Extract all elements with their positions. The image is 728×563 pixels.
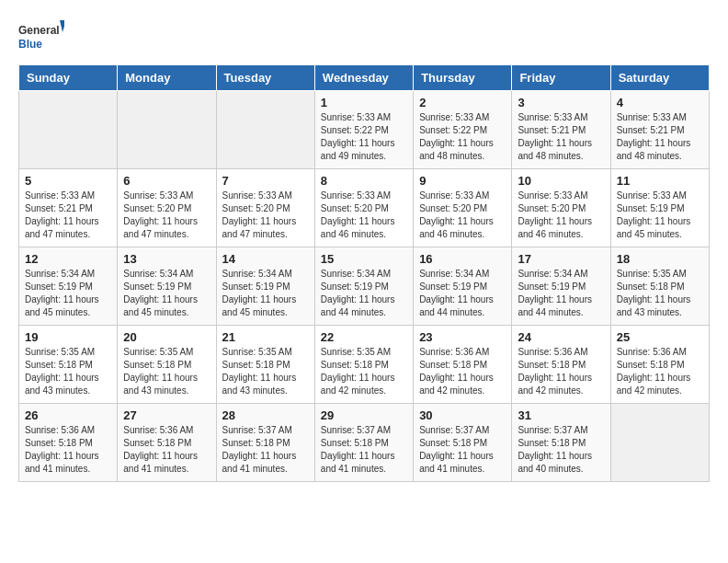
day-number: 22 [321, 330, 407, 344]
day-cell: 15Sunrise: 5:34 AM Sunset: 5:19 PM Dayli… [314, 247, 413, 326]
day-info: Sunrise: 5:33 AM Sunset: 5:20 PM Dayligh… [419, 190, 506, 241]
day-info: Sunrise: 5:35 AM Sunset: 5:18 PM Dayligh… [321, 346, 407, 397]
day-cell: 27Sunrise: 5:36 AM Sunset: 5:18 PM Dayli… [118, 404, 216, 482]
day-cell: 18Sunrise: 5:35 AM Sunset: 5:18 PM Dayli… [610, 247, 709, 326]
day-cell: 9Sunrise: 5:33 AM Sunset: 5:20 PM Daylig… [414, 169, 512, 247]
day-info: Sunrise: 5:34 AM Sunset: 5:19 PM Dayligh… [419, 268, 506, 319]
day-number: 24 [518, 330, 604, 344]
day-cell: 26Sunrise: 5:36 AM Sunset: 5:18 PM Dayli… [19, 404, 118, 482]
day-cell [216, 91, 314, 169]
week-row-1: 1Sunrise: 5:33 AM Sunset: 5:22 PM Daylig… [19, 91, 710, 169]
calendar-table: SundayMondayTuesdayWednesdayThursdayFrid… [18, 64, 710, 482]
day-number: 4 [617, 96, 703, 109]
day-number: 25 [617, 330, 703, 344]
week-row-5: 26Sunrise: 5:36 AM Sunset: 5:18 PM Dayli… [19, 404, 710, 482]
day-info: Sunrise: 5:33 AM Sunset: 5:22 PM Dayligh… [321, 111, 407, 163]
svg-marker-2 [60, 20, 64, 32]
day-info: Sunrise: 5:35 AM Sunset: 5:18 PM Dayligh… [25, 346, 111, 397]
day-number: 29 [321, 408, 407, 422]
day-info: Sunrise: 5:33 AM Sunset: 5:21 PM Dayligh… [617, 111, 703, 163]
day-number: 16 [419, 252, 506, 266]
day-number: 8 [321, 174, 407, 188]
day-number: 21 [222, 330, 309, 344]
day-number: 14 [222, 252, 309, 266]
day-info: Sunrise: 5:37 AM Sunset: 5:18 PM Dayligh… [419, 424, 506, 476]
day-number: 23 [419, 330, 506, 344]
day-cell: 23Sunrise: 5:36 AM Sunset: 5:18 PM Dayli… [414, 326, 512, 404]
day-number: 1 [321, 96, 407, 109]
day-info: Sunrise: 5:33 AM Sunset: 5:20 PM Dayligh… [321, 190, 407, 241]
header-tuesday: Tuesday [216, 65, 314, 91]
day-number: 7 [222, 174, 309, 188]
day-cell: 29Sunrise: 5:37 AM Sunset: 5:18 PM Dayli… [314, 404, 413, 482]
day-number: 30 [419, 408, 506, 422]
svg-text:Blue: Blue [18, 38, 42, 51]
day-cell: 2Sunrise: 5:33 AM Sunset: 5:22 PM Daylig… [414, 91, 512, 169]
day-info: Sunrise: 5:34 AM Sunset: 5:19 PM Dayligh… [25, 268, 111, 319]
day-cell: 14Sunrise: 5:34 AM Sunset: 5:19 PM Dayli… [216, 247, 314, 326]
day-number: 17 [518, 252, 604, 266]
day-info: Sunrise: 5:34 AM Sunset: 5:19 PM Dayligh… [321, 268, 407, 319]
day-cell: 12Sunrise: 5:34 AM Sunset: 5:19 PM Dayli… [19, 247, 118, 326]
week-row-3: 12Sunrise: 5:34 AM Sunset: 5:19 PM Dayli… [19, 247, 710, 326]
day-cell [610, 404, 709, 482]
day-number: 11 [617, 174, 703, 188]
day-cell: 10Sunrise: 5:33 AM Sunset: 5:20 PM Dayli… [512, 169, 610, 247]
day-cell [19, 91, 118, 169]
day-info: Sunrise: 5:34 AM Sunset: 5:19 PM Dayligh… [222, 268, 309, 319]
header-sunday: Sunday [19, 65, 118, 91]
day-info: Sunrise: 5:37 AM Sunset: 5:18 PM Dayligh… [518, 424, 604, 476]
day-cell: 1Sunrise: 5:33 AM Sunset: 5:22 PM Daylig… [314, 91, 413, 169]
day-cell: 6Sunrise: 5:33 AM Sunset: 5:20 PM Daylig… [118, 169, 216, 247]
day-info: Sunrise: 5:33 AM Sunset: 5:20 PM Dayligh… [222, 190, 309, 241]
day-info: Sunrise: 5:36 AM Sunset: 5:18 PM Dayligh… [617, 346, 703, 397]
day-number: 5 [25, 174, 111, 188]
day-info: Sunrise: 5:33 AM Sunset: 5:20 PM Dayligh… [518, 190, 604, 241]
day-cell: 13Sunrise: 5:34 AM Sunset: 5:19 PM Dayli… [118, 247, 216, 326]
day-cell: 16Sunrise: 5:34 AM Sunset: 5:19 PM Dayli… [414, 247, 512, 326]
day-cell: 20Sunrise: 5:35 AM Sunset: 5:18 PM Dayli… [118, 326, 216, 404]
day-info: Sunrise: 5:33 AM Sunset: 5:20 PM Dayligh… [123, 190, 210, 241]
day-info: Sunrise: 5:35 AM Sunset: 5:18 PM Dayligh… [123, 346, 210, 397]
day-number: 2 [419, 96, 506, 109]
day-info: Sunrise: 5:35 AM Sunset: 5:18 PM Dayligh… [617, 268, 703, 319]
day-number: 19 [25, 330, 111, 344]
day-number: 15 [321, 252, 407, 266]
day-number: 6 [123, 174, 210, 188]
day-number: 31 [518, 408, 604, 422]
header-monday: Monday [118, 65, 216, 91]
day-number: 10 [518, 174, 604, 188]
day-cell [118, 91, 216, 169]
day-cell: 4Sunrise: 5:33 AM Sunset: 5:21 PM Daylig… [610, 91, 709, 169]
logo-svg: General Blue [18, 18, 64, 55]
day-info: Sunrise: 5:33 AM Sunset: 5:19 PM Dayligh… [617, 190, 703, 241]
day-cell: 28Sunrise: 5:37 AM Sunset: 5:18 PM Dayli… [216, 404, 314, 482]
day-cell: 24Sunrise: 5:36 AM Sunset: 5:18 PM Dayli… [512, 326, 610, 404]
day-number: 13 [123, 252, 210, 266]
day-info: Sunrise: 5:34 AM Sunset: 5:19 PM Dayligh… [518, 268, 604, 319]
day-info: Sunrise: 5:36 AM Sunset: 5:18 PM Dayligh… [25, 424, 111, 476]
day-info: Sunrise: 5:36 AM Sunset: 5:18 PM Dayligh… [419, 346, 506, 397]
day-cell: 31Sunrise: 5:37 AM Sunset: 5:18 PM Dayli… [512, 404, 610, 482]
day-number: 3 [518, 96, 604, 109]
day-info: Sunrise: 5:36 AM Sunset: 5:18 PM Dayligh… [518, 346, 604, 397]
week-row-4: 19Sunrise: 5:35 AM Sunset: 5:18 PM Dayli… [19, 326, 710, 404]
day-number: 9 [419, 174, 506, 188]
day-cell: 7Sunrise: 5:33 AM Sunset: 5:20 PM Daylig… [216, 169, 314, 247]
day-cell: 11Sunrise: 5:33 AM Sunset: 5:19 PM Dayli… [610, 169, 709, 247]
day-number: 20 [123, 330, 210, 344]
day-number: 26 [25, 408, 111, 422]
day-cell: 21Sunrise: 5:35 AM Sunset: 5:18 PM Dayli… [216, 326, 314, 404]
header-wednesday: Wednesday [314, 65, 413, 91]
day-info: Sunrise: 5:33 AM Sunset: 5:21 PM Dayligh… [518, 111, 604, 163]
day-number: 28 [222, 408, 309, 422]
week-row-2: 5Sunrise: 5:33 AM Sunset: 5:21 PM Daylig… [19, 169, 710, 247]
day-info: Sunrise: 5:37 AM Sunset: 5:18 PM Dayligh… [222, 424, 309, 476]
logo: General Blue [18, 18, 64, 55]
header-saturday: Saturday [610, 65, 709, 91]
day-cell: 19Sunrise: 5:35 AM Sunset: 5:18 PM Dayli… [19, 326, 118, 404]
day-cell: 8Sunrise: 5:33 AM Sunset: 5:20 PM Daylig… [314, 169, 413, 247]
header-thursday: Thursday [414, 65, 512, 91]
day-cell: 5Sunrise: 5:33 AM Sunset: 5:21 PM Daylig… [19, 169, 118, 247]
day-number: 18 [617, 252, 703, 266]
